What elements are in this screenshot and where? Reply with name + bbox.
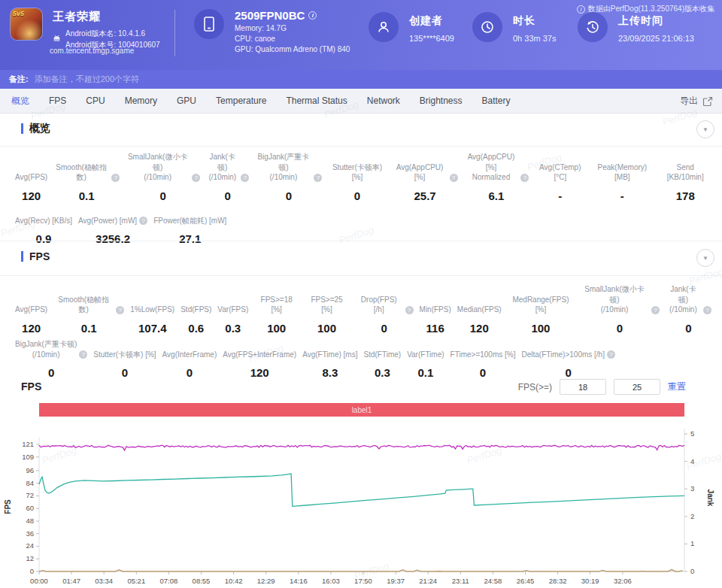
y-left-tick-label: 84	[26, 479, 34, 487]
metric-value: 116	[426, 322, 444, 335]
help-icon[interactable]: ?	[116, 306, 124, 314]
help-icon[interactable]: ?	[192, 174, 200, 182]
metric-label: Send [KB/10min]	[660, 160, 711, 183]
metric: Median(FPS)120	[454, 292, 505, 335]
device-info-icon[interactable]: i	[308, 11, 317, 20]
y-left-tick-label: 48	[26, 517, 34, 525]
metric-label: Avg(AppCPU) [%]?	[393, 160, 458, 183]
x-tick-label: 07:08	[160, 577, 178, 585]
metric-label: Delta(FTime)>100ms [/h]?	[521, 337, 615, 359]
y-left-tick-label: 12	[26, 554, 34, 562]
metric-value: 6.1	[489, 189, 505, 202]
tab-CPU[interactable]: CPU	[76, 89, 114, 114]
chart-annotation-band[interactable]: label1	[39, 403, 684, 417]
reset-button[interactable]: 重置	[668, 380, 686, 393]
metric: FPS>=18 [%]100	[251, 292, 302, 335]
tab-Battery[interactable]: Battery	[472, 89, 520, 114]
help-icon[interactable]: ?	[79, 350, 87, 359]
fps-threshold-input-2[interactable]	[614, 379, 660, 395]
metric-label: Std(FPS)	[180, 292, 211, 315]
metric-value: 100	[317, 322, 336, 335]
tab-bar: 概览FPSCPUMemoryGPUTemperatureThermal Stat…	[0, 89, 722, 114]
fps-metrics-row-2: BigJank(严重卡顿) (/10min)?0Stutter(卡顿率) [%]…	[12, 337, 714, 379]
help-icon[interactable]: ?	[703, 306, 711, 314]
chart-annotation-label: label1	[352, 406, 372, 414]
note-placeholder[interactable]: 添加备注，不超过200个字符	[35, 74, 139, 85]
metric: Var(FTime)0.1	[404, 337, 447, 379]
x-tick-label: 01:47	[62, 577, 80, 585]
tab-Temperature[interactable]: Temperature	[206, 89, 276, 114]
metric-value: 25.7	[414, 189, 435, 202]
x-tick-label: 14:16	[290, 577, 308, 585]
metric-label: Avg(Power) [mW]?	[78, 203, 147, 226]
help-icon[interactable]: ?	[607, 350, 615, 359]
overview-section-title: 概览	[29, 122, 50, 135]
metric-label: Jank(卡顿) (/10min)?	[666, 284, 711, 315]
metric-value: 0	[48, 366, 54, 379]
y-right-tick-label: 3	[690, 484, 694, 493]
note-bar[interactable]: 备注: 添加备注，不超过200个字符	[0, 70, 722, 89]
fps-threshold-label: FPS(>=)	[518, 382, 552, 393]
y-left-tick-label: 96	[26, 466, 34, 474]
fps-threshold-input-1[interactable]	[560, 379, 606, 395]
metric: Avg(FPS)120	[12, 160, 50, 202]
tab-Network[interactable]: Network	[357, 89, 410, 114]
tab-概览[interactable]: 概览	[2, 89, 39, 114]
metric: Min(FPS)116	[417, 292, 454, 335]
x-tick-label: 26:45	[517, 577, 535, 585]
tab-GPU[interactable]: GPU	[167, 89, 206, 114]
metric: Var(FPS)0.3	[214, 292, 251, 335]
metric-label: Stutter(卡顿率) [%]	[328, 160, 386, 183]
help-icon[interactable]: ?	[314, 174, 322, 182]
metric: Avg(FPS)120	[12, 292, 50, 335]
metric-label: Drop(FPS) [/h]?	[355, 292, 414, 315]
help-icon[interactable]: ?	[111, 174, 120, 182]
metric-label: FTime>=100ms [%]	[450, 337, 516, 359]
chart-plot-area[interactable]	[39, 426, 684, 571]
metric-label: SmallJank(微小卡顿) (/10min)?	[580, 284, 660, 315]
metric: BigJank(严重卡顿) (/10min)?0	[252, 152, 325, 202]
export-button[interactable]: 导出	[680, 89, 713, 114]
help-icon[interactable]: ?	[651, 306, 660, 314]
help-icon[interactable]: ?	[241, 174, 249, 182]
help-icon[interactable]: ?	[139, 217, 147, 225]
tab-FPS[interactable]: FPS	[39, 89, 76, 114]
game-app-icon: 5v5	[11, 8, 42, 40]
android-version-name: Android版本名: 10.4.1.6	[65, 28, 160, 39]
metric-label: Var(FPS)	[217, 292, 248, 315]
tab-Memory[interactable]: Memory	[115, 89, 167, 114]
upload-time-label: 上传时间	[618, 14, 694, 28]
metric-value: -	[558, 189, 562, 202]
y-left-tick-label: 0	[30, 567, 34, 575]
metric-value: 178	[676, 189, 695, 202]
tab-Thermal Status[interactable]: Thermal Status	[276, 89, 356, 114]
metric-value: 0	[480, 366, 486, 379]
metric-value: 120	[22, 189, 41, 202]
fps-collapse-button[interactable]: ▼	[696, 249, 714, 267]
y-left-tick-label: 36	[26, 529, 34, 538]
x-tick-label: 19:37	[387, 577, 405, 585]
metric-value: 0	[286, 189, 292, 202]
metric: Stutter(卡顿率) [%]0	[325, 160, 389, 202]
metric-label: FPS>=18 [%]	[254, 292, 299, 315]
y-right-tick-label: 5	[690, 429, 694, 438]
overview-collapse-button[interactable]: ▼	[696, 120, 714, 138]
x-tick-label: 24:58	[484, 577, 502, 585]
metric: Jank(卡顿) (/10min)?0	[663, 284, 714, 335]
metric-value: 0	[122, 366, 128, 379]
help-icon[interactable]: ?	[450, 174, 458, 182]
tab-Brightness[interactable]: Brightness	[410, 89, 472, 114]
metric: SmallJank(微小卡顿) (/10min)?0	[123, 152, 203, 202]
section-accent-bar	[21, 123, 23, 134]
metric-value: 0	[566, 366, 572, 379]
metric-value: 0	[381, 322, 387, 335]
metric-label: Median(FPS)	[457, 292, 502, 315]
metric-label: BigJank(严重卡顿) (/10min)?	[255, 152, 322, 183]
metric-value: 3256.2	[96, 232, 130, 245]
x-tick-label: 28:32	[549, 577, 567, 585]
help-icon[interactable]: ?	[520, 174, 529, 182]
metric-value: 8.3	[322, 366, 338, 379]
help-icon[interactable]: ?	[405, 306, 414, 314]
duration-label: 时长	[513, 14, 556, 28]
metric-label: Avg(CTemp)[°C]	[535, 160, 585, 183]
